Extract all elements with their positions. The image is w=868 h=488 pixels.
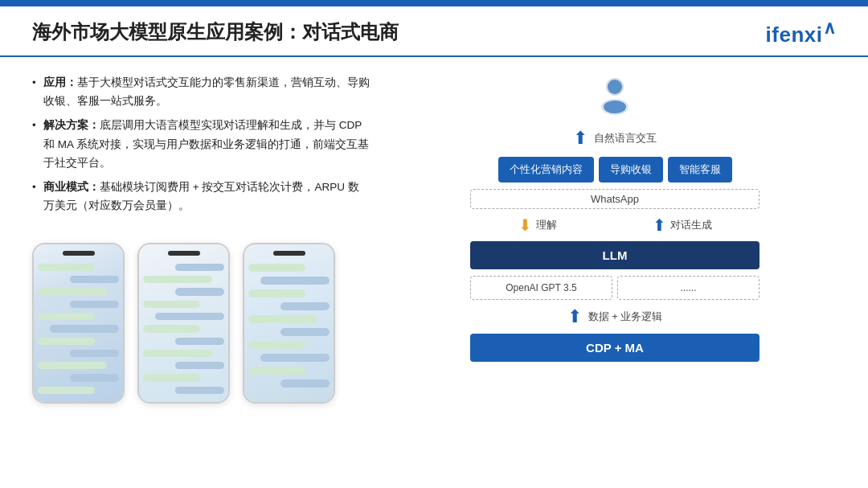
logo: ifenxi∧ bbox=[766, 18, 836, 47]
svg-point-2 bbox=[608, 80, 622, 94]
model-option-2: ...... bbox=[617, 276, 760, 300]
bullet-item-1: 应用：基于大模型对话式交互能力的零售新渠道，营销互动、导购收银、客服一站式服务。 bbox=[32, 73, 370, 111]
phones-row bbox=[32, 243, 370, 404]
architecture-diagram: ⬆ 自然语言交互 个性化营销内容 导购收银 智能客服 WhatsApp ⬇ 理解… bbox=[470, 73, 760, 365]
top-bar bbox=[0, 0, 868, 6]
cdp-block: CDP + MA bbox=[470, 334, 760, 362]
data-label: 数据 + 业务逻辑 bbox=[588, 310, 663, 324]
bullet-item-3: 商业模式：基础模块订阅费用 + 按交互对话轮次计费，ARPU 数万美元（对应数万… bbox=[32, 178, 370, 215]
page-title: 海外市场大模型原生应用案例：对话式电商 bbox=[32, 19, 399, 45]
user-icon-wrap bbox=[593, 73, 637, 120]
bullet-list: 应用：基于大模型对话式交互能力的零售新渠道，营销互动、导购收银、客服一站式服务。… bbox=[32, 73, 370, 220]
understand-item: ⬇ 理解 bbox=[518, 215, 557, 235]
whatsapp-platform-label: WhatsApp bbox=[470, 189, 760, 209]
smart-customer-service-button[interactable]: 智能客服 bbox=[668, 157, 732, 182]
marketing-content-button[interactable]: 个性化营销内容 bbox=[498, 157, 594, 182]
understand-label: 理解 bbox=[536, 218, 557, 232]
model-options-row: OpenAI GPT 3.5 ...... bbox=[470, 276, 760, 300]
phone-mock-2 bbox=[137, 243, 230, 404]
data-arrow-icon: ⬆ bbox=[567, 306, 582, 327]
left-column: 应用：基于大模型对话式交互能力的零售新渠道，营销互动、导购收银、客服一站式服务。… bbox=[32, 73, 370, 474]
llm-block: LLM bbox=[470, 241, 760, 269]
natural-language-label: 自然语言交互 bbox=[594, 131, 657, 146]
generate-arrow-icon: ⬆ bbox=[653, 215, 666, 235]
svg-point-3 bbox=[604, 100, 626, 113]
generate-item: ⬆ 对话生成 bbox=[653, 215, 712, 235]
feature-buttons-row: 个性化营销内容 导购收银 智能客服 bbox=[470, 157, 760, 182]
generate-label: 对话生成 bbox=[670, 218, 712, 232]
main-content: 应用：基于大模型对话式交互能力的零售新渠道，营销互动、导购收银、客服一站式服务。… bbox=[0, 57, 868, 488]
model-option-1: OpenAI GPT 3.5 bbox=[470, 276, 612, 300]
understand-generate-row: ⬇ 理解 ⬆ 对话生成 bbox=[470, 215, 760, 235]
phone-mock-3 bbox=[243, 243, 335, 404]
user-icon bbox=[593, 73, 637, 117]
bullet-item-2: 解决方案：底层调用大语言模型实现对话理解和生成，并与 CDP 和 MA 系统对接… bbox=[32, 116, 370, 173]
natural-language-arrow-icon: ⬆ bbox=[573, 128, 588, 149]
header: 海外市场大模型原生应用案例：对话式电商 ifenxi∧ bbox=[0, 6, 868, 57]
data-arrow-row: ⬆ 数据 + 业务逻辑 bbox=[567, 306, 663, 327]
shopping-cashier-button[interactable]: 导购收银 bbox=[599, 157, 663, 182]
phone-mock-1 bbox=[32, 243, 125, 404]
natural-language-row: ⬆ 自然语言交互 bbox=[470, 128, 760, 149]
right-column: ⬆ 自然语言交互 个性化营销内容 导购收银 智能客服 WhatsApp ⬇ 理解… bbox=[394, 73, 836, 474]
understand-arrow-icon: ⬇ bbox=[518, 215, 532, 235]
